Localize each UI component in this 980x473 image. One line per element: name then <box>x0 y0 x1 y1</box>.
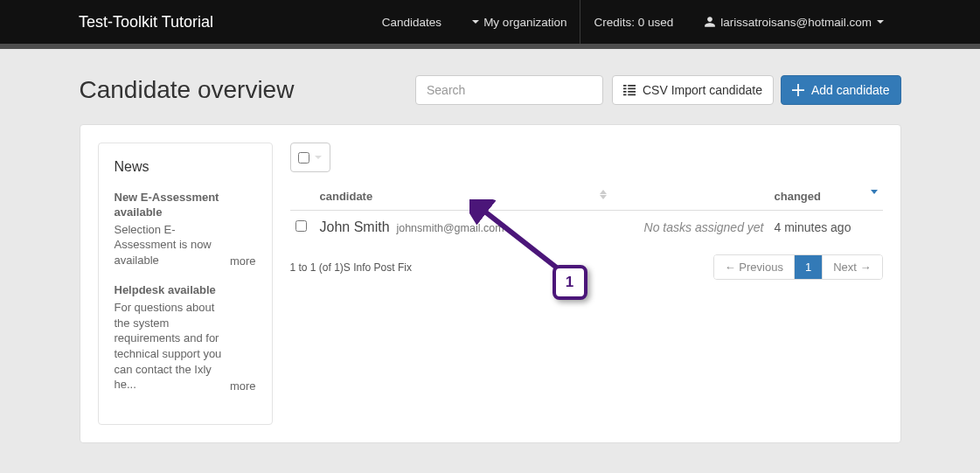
chevron-down-icon <box>315 156 322 159</box>
sort-icon <box>871 190 878 194</box>
nav-right: Candidates My organization Credits: 0 us… <box>369 0 901 44</box>
nav-candidates[interactable]: Candidates <box>369 0 455 44</box>
nav-credits: Credits: 0 used <box>580 0 686 44</box>
page-title: Candidate overview <box>80 76 416 104</box>
sort-icon <box>600 190 607 199</box>
news-item-title: New E-Assessment available <box>115 191 256 220</box>
nav-user-label: larissatroisans@hotmail.com <box>720 16 872 29</box>
chevron-down-icon <box>472 20 479 24</box>
news-sidebar: News New E-Assessment available Selectio… <box>98 143 273 425</box>
top-navbar: Test-Toolkit Tutorial Candidates My orga… <box>0 0 980 44</box>
news-item: Helpdesk available For questions about t… <box>115 283 256 392</box>
bulk-select-dropdown[interactable] <box>290 143 330 172</box>
pagination: ← Previous 1 Next → <box>713 254 883 280</box>
main-content: candidate changed <box>290 143 883 425</box>
col-changed[interactable]: changed <box>769 183 883 211</box>
tasks-cell: No tasks assigned yet <box>612 211 769 245</box>
table-row[interactable]: John Smith johnsmith@gmail.com No tasks … <box>290 211 883 245</box>
news-item-title: Helpdesk available <box>115 283 256 298</box>
main-panel: News New E-Assessment available Selectio… <box>80 124 901 443</box>
candidate-name: John Smith <box>320 219 390 234</box>
sort-down-icon <box>600 195 607 199</box>
page-next[interactable]: Next → <box>823 255 881 279</box>
page-1[interactable]: 1 <box>795 255 823 279</box>
add-candidate-label: Add candidate <box>811 83 890 97</box>
sort-up-icon <box>600 190 607 194</box>
candidate-email: johnsmith@gmail.com <box>396 222 504 234</box>
brand[interactable]: Test-Toolkit Tutorial <box>79 13 213 31</box>
page-header: Candidate overview CSV Import candidate … <box>80 73 901 107</box>
list-icon <box>623 84 636 96</box>
page-previous[interactable]: ← Previous <box>714 255 795 279</box>
search-input[interactable] <box>415 75 603 105</box>
add-candidate-button[interactable]: Add candidate <box>781 75 901 105</box>
news-item: New E-Assessment available Selection E-A… <box>115 191 256 268</box>
row-checkbox[interactable] <box>295 220 307 232</box>
news-heading: News <box>115 159 256 175</box>
col-checkbox <box>290 183 315 211</box>
bulk-checkbox[interactable] <box>298 152 309 163</box>
col-changed-label: changed <box>775 190 821 203</box>
table-footer: 1 to 1 (of 1)S Info Post Fix ← Previous … <box>290 254 883 280</box>
news-more-link[interactable]: more <box>230 379 256 393</box>
user-icon <box>704 16 716 28</box>
table-info: 1 to 1 (of 1)S Info Post Fix <box>290 261 412 274</box>
plus-icon <box>792 84 804 96</box>
col-candidate-label: candidate <box>320 190 373 203</box>
csv-import-label: CSV Import candidate <box>643 83 762 97</box>
nav-my-organization[interactable]: My organization <box>455 0 580 44</box>
candidates-table: candidate changed <box>290 183 883 244</box>
news-more-link[interactable]: more <box>230 254 256 268</box>
sort-down-icon <box>871 190 878 194</box>
nav-user-menu[interactable]: larissatroisans@hotmail.com <box>686 0 901 44</box>
page-container: Candidate overview CSV Import candidate … <box>80 49 901 443</box>
chevron-down-icon <box>877 20 884 24</box>
nav-my-organization-label: My organization <box>483 16 566 29</box>
col-candidate[interactable]: candidate <box>315 183 612 211</box>
changed-cell: 4 minutes ago <box>769 211 883 245</box>
col-tasks <box>612 183 769 211</box>
csv-import-button[interactable]: CSV Import candidate <box>612 75 774 105</box>
